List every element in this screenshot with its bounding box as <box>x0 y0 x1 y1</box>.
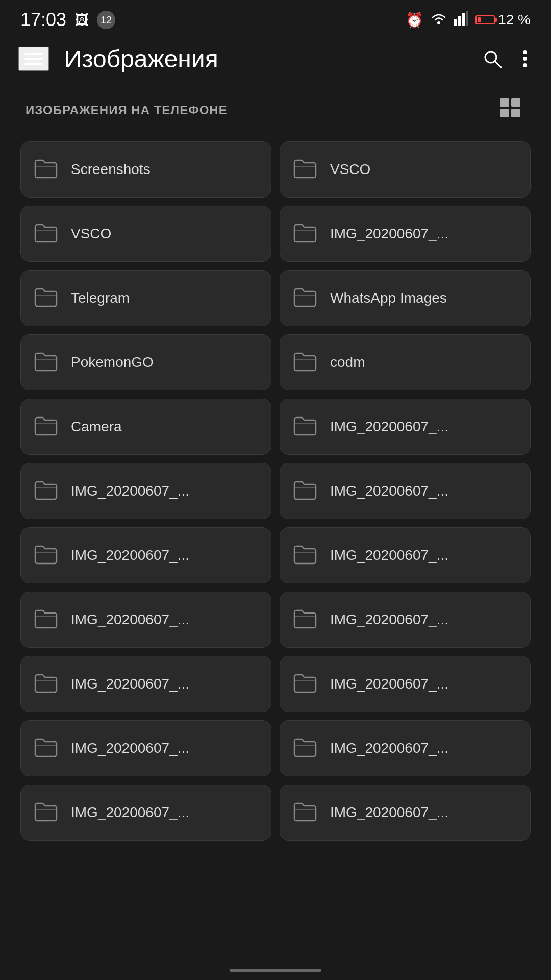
photo-notification-icon: 🖼 <box>74 12 89 29</box>
status-bar: 17:03 🖼 12 ⏰ <box>0 0 551 36</box>
folder-icon-wrap <box>33 157 59 182</box>
folder-name: Camera <box>71 419 122 435</box>
bottom-bar <box>0 961 551 980</box>
list-view-icon <box>500 98 521 117</box>
folder-icon-wrap <box>292 286 318 310</box>
folder-name: IMG_20200607_... <box>71 740 189 756</box>
folder-name: Telegram <box>71 290 130 306</box>
folder-icon <box>33 672 59 694</box>
folder-icon <box>292 286 318 308</box>
folder-icon-wrap <box>33 736 59 761</box>
folder-item[interactable]: IMG_20200607_... <box>280 785 531 841</box>
svg-rect-11 <box>511 98 520 107</box>
alarm-icon: ⏰ <box>406 12 423 29</box>
folder-icon <box>292 607 318 630</box>
folder-item[interactable]: IMG_20200607_... <box>280 463 531 519</box>
folder-icon <box>33 414 59 437</box>
svg-rect-4 <box>466 11 468 26</box>
folder-icon-wrap <box>292 479 318 503</box>
folder-icon-wrap <box>33 543 59 568</box>
folder-icon-wrap <box>292 222 318 246</box>
folder-item[interactable]: IMG_20200607_... <box>20 785 271 841</box>
bottom-nav-indicator <box>230 969 321 972</box>
folder-item[interactable]: IMG_20200607_... <box>20 720 271 776</box>
folder-item[interactable]: codm <box>280 334 531 390</box>
status-left: 17:03 🖼 12 <box>20 9 115 31</box>
status-time: 17:03 <box>20 9 66 31</box>
folder-icon <box>33 800 59 823</box>
svg-point-0 <box>437 21 440 24</box>
svg-rect-12 <box>500 109 509 117</box>
folder-item[interactable]: PokemonGO <box>20 334 271 390</box>
folder-name: IMG_20200607_... <box>71 483 189 499</box>
folder-icon <box>33 479 59 501</box>
folder-item[interactable]: IMG_20200607_... <box>280 656 531 712</box>
battery-percent: 12 % <box>498 12 531 28</box>
hamburger-line-2 <box>24 58 43 60</box>
folder-item[interactable]: IMG_20200607_... <box>280 206 531 262</box>
view-toggle-button[interactable] <box>496 94 525 126</box>
folder-icon-wrap <box>292 350 318 375</box>
folder-item[interactable]: IMG_20200607_... <box>280 527 531 583</box>
folder-name: IMG_20200607_... <box>330 740 448 756</box>
folder-icon <box>33 736 59 758</box>
folder-item[interactable]: IMG_20200607_... <box>20 527 271 583</box>
folder-name: IMG_20200607_... <box>330 483 448 499</box>
more-options-icon <box>522 50 528 68</box>
folder-item[interactable]: VSCO <box>20 206 271 262</box>
status-right: ⏰ 12 % <box>406 11 531 29</box>
folder-item[interactable]: Telegram <box>20 270 271 326</box>
folder-icon <box>33 222 59 244</box>
hamburger-menu-button[interactable] <box>18 47 49 71</box>
svg-point-8 <box>523 57 527 61</box>
folder-item[interactable]: IMG_20200607_... <box>20 592 271 648</box>
svg-rect-10 <box>500 98 509 107</box>
more-options-button[interactable] <box>517 44 533 73</box>
wifi-icon <box>431 11 447 29</box>
folder-name: IMG_20200607_... <box>330 611 448 628</box>
folder-item[interactable]: WhatsApp Images <box>280 270 531 326</box>
search-icon <box>483 49 502 68</box>
folder-icon-wrap <box>292 672 318 696</box>
svg-point-9 <box>523 63 527 67</box>
folder-item[interactable]: Screenshots <box>20 141 271 198</box>
hamburger-line-1 <box>24 53 43 55</box>
folder-icon <box>292 672 318 694</box>
toolbar-icons <box>478 44 533 74</box>
folder-item[interactable]: IMG_20200607_... <box>20 656 271 712</box>
notification-badge: 12 <box>97 11 115 29</box>
folder-name: IMG_20200607_... <box>71 611 189 628</box>
folder-icon-wrap <box>33 479 59 503</box>
folder-icon-wrap <box>33 414 59 439</box>
folder-name: IMG_20200607_... <box>330 676 448 692</box>
section-title: ИЗОБРАЖЕНИЯ НА ТЕЛЕФОНЕ <box>26 103 228 117</box>
folder-item[interactable]: VSCO <box>280 141 531 198</box>
page-title: Изображения <box>64 45 462 73</box>
folder-item[interactable]: Camera <box>20 399 271 455</box>
svg-line-6 <box>495 61 501 67</box>
folder-icon-wrap <box>33 222 59 246</box>
svg-rect-2 <box>458 16 461 26</box>
folder-item[interactable]: IMG_20200607_... <box>20 463 271 519</box>
folder-icon-wrap <box>33 350 59 375</box>
folders-grid: Screenshots VSCO VSCO IMG_20200607_... <box>0 136 551 861</box>
search-button[interactable] <box>478 44 507 74</box>
folder-icon-wrap <box>292 543 318 568</box>
folder-icon <box>292 414 318 437</box>
battery-container: 12 % <box>475 12 531 28</box>
folder-item[interactable]: IMG_20200607_... <box>280 720 531 776</box>
hamburger-line-3 <box>24 63 43 65</box>
folder-icon-wrap <box>292 607 318 632</box>
folder-icon-wrap <box>33 672 59 696</box>
folder-item[interactable]: IMG_20200607_... <box>280 399 531 455</box>
folder-name: VSCO <box>330 161 370 178</box>
folder-icon <box>292 800 318 823</box>
folder-icon <box>33 286 59 308</box>
folder-icon <box>292 222 318 244</box>
folder-item[interactable]: IMG_20200607_... <box>280 592 531 648</box>
folder-name: IMG_20200607_... <box>71 804 189 821</box>
folder-name: PokemonGO <box>71 354 154 371</box>
folder-name: WhatsApp Images <box>330 290 447 306</box>
folder-name: IMG_20200607_... <box>330 547 448 564</box>
folder-icon <box>33 157 59 180</box>
